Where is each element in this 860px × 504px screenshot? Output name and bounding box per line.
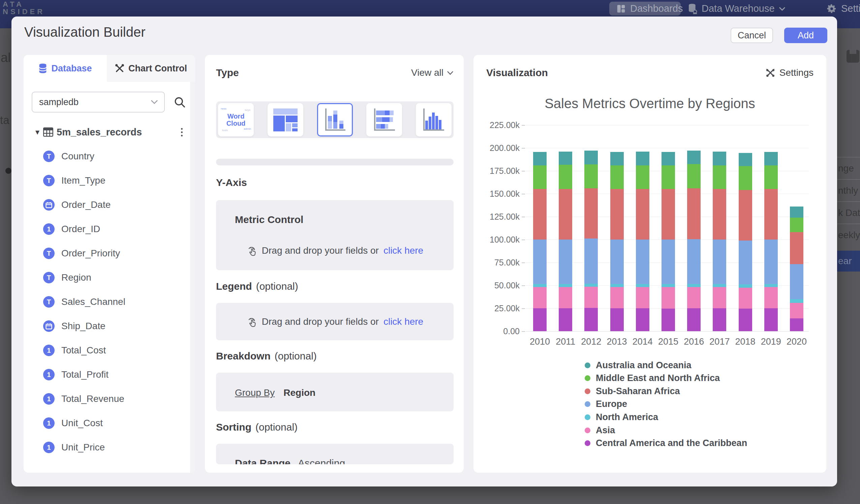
nav-dashboards[interactable]: Dashboards bbox=[609, 2, 681, 15]
field-row-sales_channel[interactable]: TSales_Channel bbox=[24, 290, 190, 314]
bar-segment bbox=[610, 308, 624, 331]
y-axis-tick bbox=[522, 171, 525, 172]
text-type-icon: T bbox=[43, 150, 55, 162]
field-row-ship_date[interactable]: Ship_Date bbox=[24, 314, 190, 338]
bar-segment bbox=[661, 287, 675, 308]
legend-dropzone[interactable]: Drag and drop your fields or click here bbox=[216, 303, 454, 340]
field-row-order_date[interactable]: Order_Date bbox=[24, 193, 190, 217]
bar-segment bbox=[687, 284, 701, 287]
bar-2018[interactable] bbox=[739, 125, 752, 331]
group-by-link[interactable]: Group By bbox=[235, 387, 275, 398]
chart-type-scrollbar[interactable] bbox=[216, 159, 454, 165]
bar-2020[interactable] bbox=[790, 125, 803, 331]
search-icon[interactable] bbox=[174, 96, 186, 108]
bar-2015[interactable] bbox=[661, 125, 675, 331]
x-axis-label: 2012 bbox=[578, 336, 604, 347]
field-row-unit_cost[interactable]: 1Unit_Cost bbox=[24, 411, 190, 435]
nav-data-warehouse[interactable]: Data Warehouse bbox=[687, 2, 786, 15]
datasource-select[interactable]: sampledb bbox=[32, 92, 165, 113]
number-type-icon: 1 bbox=[43, 345, 55, 356]
nav-settings[interactable]: Settin bbox=[826, 2, 860, 15]
cancel-button[interactable]: Cancel bbox=[731, 28, 773, 43]
legend-item[interactable]: Australia and Oceania bbox=[585, 360, 691, 370]
bar-segment bbox=[790, 218, 803, 232]
calendar-icon bbox=[43, 320, 55, 332]
field-name: Total_Revenue bbox=[61, 393, 124, 404]
legend-label: Europe bbox=[596, 399, 627, 409]
bar-segment bbox=[636, 308, 649, 331]
nav-settings-label: Settin bbox=[841, 3, 860, 14]
caret-down-icon[interactable]: ▾ bbox=[32, 127, 43, 137]
bar-segment bbox=[739, 190, 752, 241]
bar-segment bbox=[790, 299, 803, 303]
field-row-total_revenue[interactable]: 1Total_Revenue bbox=[24, 387, 190, 411]
chart-type-stacked-column-selected[interactable] bbox=[317, 103, 353, 136]
calendar-icon bbox=[43, 199, 55, 211]
chart-type-treemap[interactable] bbox=[268, 103, 303, 136]
legend-label: Middle East and North Africa bbox=[596, 373, 720, 384]
view-all-label: View all bbox=[411, 67, 443, 78]
sorting-box[interactable]: Data Range Ascending bbox=[216, 444, 454, 464]
bar-2011[interactable] bbox=[559, 125, 572, 331]
left-panel-scrollbar[interactable] bbox=[190, 82, 195, 473]
database-panel: Database Chart Control sampledb bbox=[24, 55, 195, 473]
bar-2016[interactable] bbox=[687, 125, 701, 331]
field-name: Region bbox=[61, 272, 91, 283]
bar-2010[interactable] bbox=[533, 125, 547, 331]
field-row-order_id[interactable]: 1Order_ID bbox=[24, 217, 190, 241]
number-type-icon: 1 bbox=[43, 417, 55, 429]
y-axis-tick bbox=[522, 217, 525, 217]
x-axis-label: 2011 bbox=[553, 336, 578, 347]
bar-segment bbox=[661, 284, 675, 287]
field-name: Order_Date bbox=[61, 199, 111, 210]
table-row-header[interactable]: ▾ 5m_sales_records bbox=[24, 120, 190, 144]
legend-item[interactable]: Sub-Saharan Africa bbox=[585, 386, 680, 396]
bar-segment bbox=[764, 308, 778, 331]
viz-settings-button[interactable]: Settings bbox=[765, 67, 814, 78]
metric-control-dropzone[interactable]: Metric Control Drag and drop your fields… bbox=[216, 200, 454, 270]
kebab-menu-icon[interactable] bbox=[181, 128, 183, 136]
field-row-total_cost[interactable]: 1Total_Cost bbox=[24, 338, 190, 362]
bar-2012[interactable] bbox=[584, 125, 598, 331]
add-button[interactable]: Add bbox=[784, 28, 827, 43]
field-row-country[interactable]: TCountry bbox=[24, 144, 190, 169]
legend-dot bbox=[585, 440, 590, 446]
field-row-unit_price[interactable]: 1Unit_Price bbox=[24, 435, 190, 460]
view-all-button[interactable]: View all bbox=[411, 67, 454, 78]
bar-segment bbox=[739, 308, 752, 331]
bar-segment bbox=[584, 308, 598, 331]
bar-segment bbox=[713, 308, 726, 331]
bar-segment bbox=[764, 287, 778, 308]
chart-type-column[interactable] bbox=[416, 103, 452, 136]
breakdown-group-box[interactable]: Group By Region bbox=[216, 373, 454, 411]
y-axis-tick bbox=[522, 331, 525, 332]
click-here-link[interactable]: click here bbox=[384, 316, 423, 327]
bar-segment bbox=[764, 189, 778, 240]
bar-2013[interactable] bbox=[610, 125, 624, 331]
legend-item[interactable]: North America bbox=[585, 412, 658, 422]
bar-segment bbox=[584, 287, 598, 308]
tab-chart-control[interactable]: Chart Control bbox=[107, 55, 195, 82]
field-row-order_priority[interactable]: TOrder_Priority bbox=[24, 241, 190, 265]
legend-item[interactable]: Asia bbox=[585, 425, 615, 435]
chart-type-stacked-bar[interactable] bbox=[366, 103, 402, 136]
bar-segment bbox=[610, 165, 624, 189]
field-row-item_type[interactable]: TItem_Type bbox=[24, 169, 190, 193]
bar-2019[interactable] bbox=[764, 125, 778, 331]
number-type-icon: 1 bbox=[43, 442, 55, 453]
x-axis-label: 2015 bbox=[656, 336, 681, 347]
field-row-total_profit[interactable]: 1Total_Profit bbox=[24, 362, 190, 387]
bar-segment bbox=[610, 284, 624, 287]
legend-item[interactable]: Central America and the Caribbean bbox=[585, 438, 747, 448]
bar-2017[interactable] bbox=[713, 125, 726, 331]
bar-segment bbox=[559, 284, 572, 287]
bar-2014[interactable] bbox=[636, 125, 649, 331]
click-here-link[interactable]: click here bbox=[384, 245, 423, 256]
legend-item[interactable]: Middle East and North Africa bbox=[585, 373, 720, 384]
tab-database[interactable]: Database bbox=[24, 55, 107, 82]
chart-type-wordcloud[interactable]: WordCloud ness keys tools admin bbox=[218, 103, 254, 136]
text-type-icon: T bbox=[43, 175, 55, 186]
legend-item[interactable]: Europe bbox=[585, 399, 627, 409]
y-axis-tick bbox=[522, 262, 525, 263]
field-row-region[interactable]: TRegion bbox=[24, 265, 190, 290]
